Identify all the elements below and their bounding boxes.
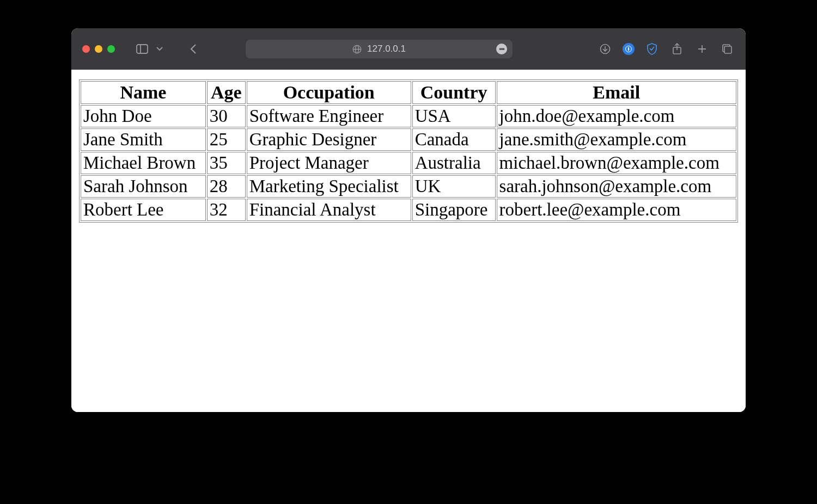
cell-country: USA	[412, 105, 496, 127]
cell-country: Australia	[412, 152, 496, 174]
cell-email: michael.brown@example.com	[497, 152, 736, 174]
cell-age: 35	[207, 152, 246, 174]
maximize-window-button[interactable]	[107, 45, 115, 53]
svg-rect-13	[724, 46, 731, 53]
header-age: Age	[207, 81, 246, 104]
cell-email: john.doe@example.com	[497, 105, 736, 127]
extension-icon[interactable]	[623, 43, 635, 55]
cell-country: Canada	[412, 128, 496, 151]
downloads-icon[interactable]	[597, 41, 613, 57]
tab-group-dropdown-icon[interactable]	[152, 41, 167, 57]
table-header-row: Name Age Occupation Country Email	[81, 81, 736, 104]
address-text: 127.0.0.1	[367, 44, 406, 54]
header-country: Country	[412, 81, 496, 104]
cell-email: robert.lee@example.com	[497, 199, 736, 221]
window-controls	[82, 45, 115, 53]
cell-name: Robert Lee	[81, 199, 206, 221]
table-row: Michael Brown 35 Project Manager Austral…	[81, 152, 736, 174]
cell-age: 28	[207, 175, 246, 198]
browser-window: 127.0.0.1 •••	[71, 28, 746, 412]
back-button[interactable]	[186, 41, 201, 57]
cell-country: UK	[412, 175, 496, 198]
cell-email: jane.smith@example.com	[497, 128, 736, 151]
cell-occupation: Project Manager	[247, 152, 411, 174]
cell-country: Singapore	[412, 199, 496, 221]
tab-overview-icon[interactable]	[720, 41, 735, 57]
svg-rect-0	[137, 45, 148, 53]
cell-name: Michael Brown	[81, 152, 206, 174]
sidebar-controls	[135, 41, 167, 57]
close-window-button[interactable]	[82, 45, 90, 53]
header-name: Name	[81, 81, 206, 104]
header-email: Email	[497, 81, 736, 104]
privacy-shield-icon[interactable]	[644, 41, 660, 57]
table-row: Robert Lee 32 Financial Analyst Singapor…	[81, 199, 736, 221]
cell-age: 25	[207, 128, 246, 151]
cell-age: 32	[207, 199, 246, 221]
share-icon[interactable]	[669, 41, 685, 57]
minimize-window-button[interactable]	[95, 45, 102, 53]
data-table: Name Age Occupation Country Email John D…	[79, 79, 738, 223]
table-row: Sarah Johnson 28 Marketing Specialist UK…	[81, 175, 736, 198]
cell-name: John Doe	[81, 105, 206, 127]
cell-name: Jane Smith	[81, 128, 206, 151]
cell-occupation: Software Engineer	[247, 105, 411, 127]
table-row: John Doe 30 Software Engineer USA john.d…	[81, 105, 736, 127]
browser-titlebar: 127.0.0.1 •••	[71, 28, 746, 70]
table-row: Jane Smith 25 Graphic Designer Canada ja…	[81, 128, 736, 151]
cell-occupation: Marketing Specialist	[247, 175, 411, 198]
new-tab-icon[interactable]	[694, 41, 710, 57]
svg-rect-8	[628, 47, 629, 51]
cell-occupation: Financial Analyst	[247, 199, 411, 221]
address-bar[interactable]: 127.0.0.1 •••	[246, 40, 513, 58]
cell-age: 30	[207, 105, 246, 127]
cell-occupation: Graphic Designer	[247, 128, 411, 151]
globe-icon	[352, 45, 362, 54]
cell-name: Sarah Johnson	[81, 175, 206, 198]
header-occupation: Occupation	[247, 81, 411, 104]
sidebar-toggle-icon[interactable]	[135, 41, 150, 57]
page-settings-icon[interactable]: •••	[496, 44, 507, 54]
toolbar-right	[597, 41, 735, 57]
page-content: Name Age Occupation Country Email John D…	[71, 70, 746, 412]
cell-email: sarah.johnson@example.com	[497, 175, 736, 198]
